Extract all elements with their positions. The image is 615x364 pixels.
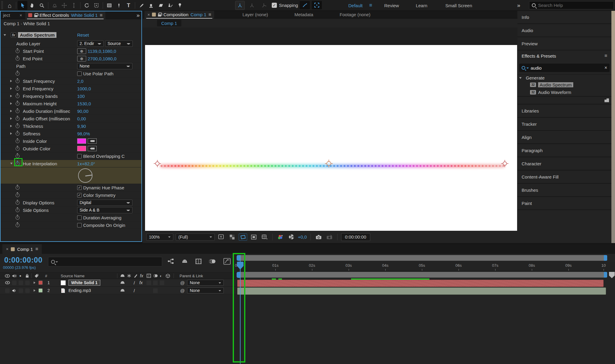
- hand-tool[interactable]: [27, 1, 37, 10]
- switch-well[interactable]: [160, 281, 164, 285]
- source-name-column-header[interactable]: Source Name: [61, 274, 84, 278]
- use-polar-path-checkbox[interactable]: [77, 71, 82, 76]
- panel-header-info[interactable]: Info: [517, 11, 611, 24]
- hide-shy-layers-icon[interactable]: [181, 258, 188, 264]
- property-value[interactable]: 0,00: [77, 116, 86, 121]
- roto-brush-tool[interactable]: [165, 1, 175, 10]
- effect-name[interactable]: Audio Spectrum: [18, 32, 56, 38]
- transparency-grid-icon[interactable]: [228, 233, 236, 241]
- twirl-icon[interactable]: [10, 163, 16, 164]
- rectangle-tool[interactable]: [105, 1, 114, 10]
- twirl-icon[interactable]: [10, 117, 16, 120]
- stopwatch-icon[interactable]: [16, 216, 20, 220]
- audio-layer-dropdown[interactable]: 2. Endir: [77, 41, 104, 47]
- path-dropdown[interactable]: None: [77, 63, 132, 69]
- property-value[interactable]: 1530,0: [77, 101, 91, 106]
- snapshot-camera-icon[interactable]: [314, 233, 323, 241]
- twirl-icon[interactable]: [10, 102, 16, 105]
- home-icon[interactable]: ⌂: [5, 1, 14, 10]
- composition-viewer[interactable]: [143, 28, 517, 231]
- help-search-input[interactable]: [538, 3, 604, 8]
- layer-bar-white-solid[interactable]: [237, 280, 604, 287]
- region-of-interest-icon[interactable]: [239, 233, 247, 241]
- inside-color-swatch[interactable]: [77, 138, 86, 144]
- panel-header-preview[interactable]: Preview: [517, 37, 611, 50]
- stopwatch-icon[interactable]: [16, 87, 20, 91]
- pickwhip-icon[interactable]: @: [180, 288, 185, 293]
- frame-blend-switch-icon[interactable]: [147, 274, 151, 278]
- adjustment-layer-switch-icon[interactable]: ◐: [160, 274, 162, 278]
- layer-row-white-solid[interactable]: 1 White Solid 1 / fx @ None: [0, 279, 236, 287]
- workspace-tab-review[interactable]: Review: [384, 3, 399, 8]
- pen-tool[interactable]: [114, 1, 124, 10]
- zoom-tool[interactable]: [37, 1, 47, 10]
- composite-on-origin-checkbox[interactable]: [77, 223, 82, 227]
- guides-options-icon[interactable]: [260, 233, 269, 241]
- property-value[interactable]: 2700,0,1080,0: [88, 56, 117, 61]
- shy-switch-icon[interactable]: [120, 274, 125, 278]
- panel-header-brushes[interactable]: Brushes: [517, 184, 611, 197]
- solo-column-icon[interactable]: ●: [19, 274, 21, 278]
- orbit-camera-tool[interactable]: [50, 1, 59, 10]
- audio-toggle-well[interactable]: [12, 281, 17, 285]
- selection-tool[interactable]: [18, 1, 27, 10]
- switch-well[interactable]: [147, 281, 151, 285]
- audio-column-icon[interactable]: [12, 274, 17, 278]
- snapping-checkbox[interactable]: ✓: [272, 3, 277, 8]
- stopwatch-icon[interactable]: [16, 109, 20, 113]
- project-tab-partial[interactable]: ject: [1, 13, 12, 18]
- composition-canvas[interactable]: [145, 45, 517, 239]
- time-navigator-bar[interactable]: [237, 255, 607, 261]
- panel-header-tracker[interactable]: Tracker: [517, 118, 611, 131]
- panel-header-character[interactable]: Character: [517, 157, 611, 170]
- new-panel-icon[interactable]: [604, 98, 609, 102]
- stopwatch-icon[interactable]: [16, 139, 20, 143]
- effects-group-generate[interactable]: Generate: [517, 74, 611, 81]
- twirl-icon[interactable]: [519, 77, 525, 79]
- stopwatch-icon[interactable]: [16, 57, 20, 61]
- panel-header-align[interactable]: Align: [517, 131, 611, 144]
- stopwatch-icon[interactable]: [16, 72, 20, 76]
- layer-label-swatch[interactable]: [38, 288, 43, 293]
- property-value[interactable]: 2,0: [77, 79, 83, 84]
- panel-header-audio[interactable]: Audio: [517, 24, 611, 37]
- quality-switch-icon[interactable]: [134, 274, 138, 278]
- quality-switch[interactable]: /: [134, 280, 135, 285]
- panel-header-paragraph[interactable]: Paragraph: [517, 144, 611, 157]
- panel-header-effects-presets[interactable]: Effects & Presets ≡: [517, 50, 611, 61]
- property-value[interactable]: 9,90: [77, 124, 86, 129]
- stopwatch-icon[interactable]: [16, 147, 20, 151]
- panel-header-libraries[interactable]: Libraries: [517, 104, 611, 118]
- parent-link-column-header[interactable]: Parent & Link: [180, 274, 203, 278]
- exposure-value[interactable]: +0,0: [298, 234, 307, 239]
- label-column-icon[interactable]: [34, 274, 39, 278]
- eraser-tool[interactable]: [156, 1, 165, 10]
- hue-interpolation-stopwatch-icon[interactable]: [16, 162, 20, 166]
- rotate-tool[interactable]: [82, 1, 92, 10]
- composition-mini-flowchart-icon[interactable]: [168, 258, 174, 264]
- hue-interpolation-value[interactable]: 1x+82,0°: [77, 161, 95, 166]
- effect-twirl-icon[interactable]: [4, 34, 9, 36]
- twirl-icon[interactable]: [10, 80, 16, 82]
- close-tab-icon[interactable]: ×: [6, 247, 8, 251]
- property-value[interactable]: 1000,0: [77, 86, 91, 91]
- center-anchor-control-icon[interactable]: [325, 159, 333, 168]
- layer-name[interactable]: Ending.mp3: [68, 288, 91, 293]
- solo-toggle-well[interactable]: [19, 288, 23, 293]
- stopwatch-icon[interactable]: [16, 193, 20, 197]
- stopwatch-icon[interactable]: [16, 117, 20, 121]
- lock-toggle-well[interactable]: [25, 281, 30, 285]
- eyedropper-icon[interactable]: [88, 146, 97, 151]
- mask-visibility-icon[interactable]: [250, 233, 258, 241]
- comp-marker-bin-icon[interactable]: [609, 272, 615, 278]
- workspace-tab-default[interactable]: Default: [348, 3, 363, 8]
- stopwatch-icon[interactable]: [16, 124, 20, 128]
- twirl-icon[interactable]: [10, 125, 16, 127]
- layer-bar-ending-mp3[interactable]: [237, 287, 606, 295]
- channels-icon[interactable]: [276, 233, 285, 241]
- color-symmetry-checkbox[interactable]: ✓: [77, 193, 82, 197]
- stopwatch-icon[interactable]: [16, 208, 20, 212]
- eyedropper-icon[interactable]: [88, 138, 97, 144]
- collapse-transformations-icon[interactable]: [127, 274, 131, 278]
- resolution-dropdown[interactable]: (Full): [176, 233, 215, 241]
